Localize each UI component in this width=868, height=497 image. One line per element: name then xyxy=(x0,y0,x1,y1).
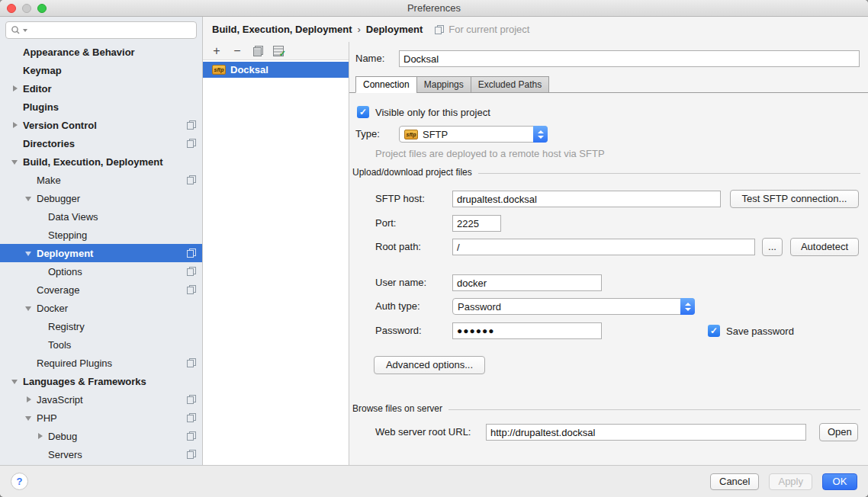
remove-server-button[interactable]: − xyxy=(230,44,244,58)
breadcrumb: Build, Execution, Deployment › Deploymen… xyxy=(203,17,868,42)
chevron-down-icon[interactable] xyxy=(23,409,37,427)
cancel-button[interactable]: Cancel xyxy=(710,473,759,490)
chevron-down-icon[interactable] xyxy=(23,244,37,262)
add-server-button[interactable]: + xyxy=(210,44,223,58)
sidebar-item-version-control[interactable]: Version Control xyxy=(0,116,202,134)
search-icon xyxy=(11,25,21,35)
apply-button[interactable]: Apply xyxy=(769,473,812,490)
save-password-checkbox[interactable] xyxy=(708,325,720,337)
help-button[interactable]: ? xyxy=(11,473,28,490)
user-name-label: User name: xyxy=(375,274,426,291)
sidebar-item-registry[interactable]: Registry xyxy=(0,317,202,335)
autodetect-button[interactable]: Autodetect xyxy=(790,238,859,256)
sidebar-item-php[interactable]: PHP xyxy=(0,409,202,427)
sidebar-item-plugins[interactable]: Plugins xyxy=(0,98,202,116)
project-level-icon xyxy=(187,267,196,276)
tab-excluded-paths[interactable]: Excluded Paths xyxy=(471,76,549,93)
arrow-spacer xyxy=(9,61,23,79)
sidebar-item-required-plugins[interactable]: Required Plugins xyxy=(0,354,202,372)
ok-button[interactable]: OK xyxy=(822,473,857,490)
search-options-chevron-icon[interactable] xyxy=(23,29,27,32)
sftp-host-input[interactable] xyxy=(452,191,721,207)
project-level-icon xyxy=(187,395,196,404)
project-level-icon xyxy=(187,285,196,294)
password-input[interactable] xyxy=(452,322,602,339)
sidebar-item-keymap[interactable]: Keymap xyxy=(0,61,202,79)
arrow-spacer xyxy=(34,226,48,244)
auth-type-label: Auth type: xyxy=(375,298,420,315)
sidebar-item-languages-frameworks[interactable]: Languages & Frameworks xyxy=(0,372,202,390)
sidebar-item-appearance-behavior[interactable]: Appearance & Behavior xyxy=(0,43,202,61)
sidebar-item-label: Deployment xyxy=(37,248,93,259)
project-level-icon xyxy=(187,358,196,367)
sidebar-item-data-views[interactable]: Data Views xyxy=(0,207,202,226)
sidebar-item-make[interactable]: Make xyxy=(0,171,202,189)
user-name-input[interactable] xyxy=(452,274,602,291)
port-input[interactable] xyxy=(452,215,501,232)
chevron-down-icon[interactable] xyxy=(23,299,37,317)
name-input[interactable] xyxy=(399,50,860,67)
visible-only-checkbox[interactable] xyxy=(357,106,369,118)
settings-tree: Appearance & BehaviorKeymapEditorPlugins… xyxy=(0,41,202,465)
close-window-button[interactable] xyxy=(7,4,16,13)
chevron-right-icon[interactable] xyxy=(34,427,48,445)
use-as-default-button[interactable] xyxy=(272,44,285,58)
sidebar-item-javascript[interactable]: JavaScript xyxy=(0,390,202,409)
browse-section-header: Browse files on server xyxy=(352,403,860,414)
type-hint: Project files are deployed to a remote h… xyxy=(375,148,605,159)
sidebar-item-debugger[interactable]: Debugger xyxy=(0,189,202,207)
sidebar-item-directories[interactable]: Directories xyxy=(0,134,202,152)
test-sftp-connection-button[interactable]: Test SFTP connection... xyxy=(730,190,859,208)
open-url-button[interactable]: Open xyxy=(819,423,858,441)
chevron-right-icon[interactable] xyxy=(9,79,23,98)
sidebar-item-docker[interactable]: Docker xyxy=(0,299,202,317)
chevron-down-icon[interactable] xyxy=(9,152,23,171)
settings-sidebar: Appearance & BehaviorKeymapEditorPlugins… xyxy=(0,17,203,465)
save-password-label: Save password xyxy=(726,325,794,337)
sidebar-item-label: Coverage xyxy=(37,284,79,296)
sidebar-item-build-execution-deployment[interactable]: Build, Execution, Deployment xyxy=(0,152,202,171)
zoom-window-button[interactable] xyxy=(37,4,47,13)
breadcrumb-parent[interactable]: Build, Execution, Deployment xyxy=(212,24,352,35)
sidebar-item-label: Required Plugins xyxy=(37,358,112,369)
sidebar-item-label: Directories xyxy=(23,138,75,149)
advanced-options-button[interactable]: Advanced options... xyxy=(374,356,485,374)
project-level-icon xyxy=(187,175,196,184)
server-list-item-docksal[interactable]: sftp Docksal xyxy=(203,62,349,78)
sidebar-item-editor[interactable]: Editor xyxy=(0,79,202,98)
tab-connection[interactable]: Connection xyxy=(355,76,417,93)
sidebar-item-debug[interactable]: Debug xyxy=(0,427,202,445)
breadcrumb-separator: › xyxy=(357,24,360,35)
copy-icon xyxy=(253,46,263,56)
duplicate-server-button[interactable] xyxy=(251,44,265,58)
sidebar-item-servers[interactable]: Servers xyxy=(0,445,202,463)
sidebar-item-stepping[interactable]: Stepping xyxy=(0,226,202,244)
sidebar-item-options[interactable]: Options xyxy=(0,262,202,281)
sidebar-item-deployment[interactable]: Deployment xyxy=(0,244,202,262)
project-level-icon xyxy=(187,450,196,459)
sidebar-item-tools[interactable]: Tools xyxy=(0,335,202,354)
search-input[interactable] xyxy=(29,25,191,36)
auth-type-dropdown[interactable]: Password xyxy=(452,298,695,315)
dropdown-stepper-icon xyxy=(533,126,548,143)
chevron-right-icon[interactable] xyxy=(9,116,23,134)
chevron-down-icon[interactable] xyxy=(9,372,23,390)
sidebar-item-label: Tools xyxy=(48,339,71,351)
type-dropdown[interactable]: sftp SFTP xyxy=(399,126,548,143)
sidebar-item-coverage[interactable]: Coverage xyxy=(0,281,202,299)
sidebar-item-label: Debug xyxy=(48,431,77,442)
browse-root-path-button[interactable]: ... xyxy=(762,238,783,256)
use-as-default-icon xyxy=(273,46,284,56)
arrow-spacer xyxy=(34,445,48,463)
chevron-down-icon[interactable] xyxy=(23,189,37,207)
sidebar-item-label: Languages & Frameworks xyxy=(23,376,146,387)
tab-mappings[interactable]: Mappings xyxy=(416,76,471,93)
chevron-right-icon[interactable] xyxy=(23,390,37,409)
save-password-row: Save password xyxy=(708,325,794,337)
arrow-spacer xyxy=(9,43,23,61)
arrow-spacer xyxy=(34,335,48,354)
root-path-input[interactable] xyxy=(452,239,755,255)
search-box[interactable] xyxy=(5,21,197,39)
web-server-root-url-input[interactable] xyxy=(486,424,806,441)
sidebar-item-label: Editor xyxy=(23,83,52,95)
